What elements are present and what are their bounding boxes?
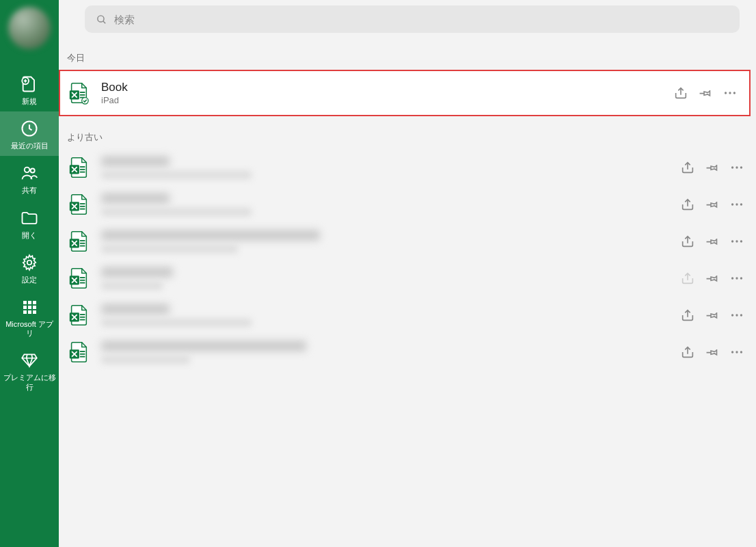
svg-rect-32 bbox=[80, 206, 85, 207]
sidebar: 新規 最近の項目 共有 開く bbox=[0, 0, 59, 547]
nav-label: 開く bbox=[19, 231, 40, 240]
doc-title-blur bbox=[101, 267, 173, 278]
pin-icon[interactable] bbox=[704, 233, 720, 250]
svg-rect-16 bbox=[80, 92, 85, 93]
excel-file-icon bbox=[67, 341, 90, 364]
nav-premium[interactable]: プレミアムに移行 bbox=[0, 343, 59, 397]
doc-row-older[interactable] bbox=[59, 186, 756, 223]
doc-row-older[interactable] bbox=[59, 223, 756, 260]
username bbox=[16, 52, 43, 62]
more-icon[interactable] bbox=[722, 85, 738, 101]
svg-point-36 bbox=[740, 203, 742, 205]
search-input[interactable] bbox=[114, 14, 729, 25]
doc-title-blur bbox=[101, 304, 170, 315]
excel-file-icon bbox=[67, 81, 90, 105]
svg-point-57 bbox=[740, 314, 742, 316]
svg-rect-6 bbox=[28, 301, 31, 304]
nav-shared[interactable]: 共有 bbox=[0, 156, 59, 200]
doc-info bbox=[101, 304, 679, 327]
doc-sub-blur bbox=[101, 208, 252, 216]
pin-icon[interactable] bbox=[704, 196, 720, 213]
older-list bbox=[59, 149, 756, 371]
svg-point-48 bbox=[731, 277, 733, 279]
svg-rect-13 bbox=[33, 310, 36, 314]
diamond-icon bbox=[19, 350, 40, 371]
doc-row-older[interactable] bbox=[59, 297, 756, 334]
row-actions bbox=[679, 196, 745, 213]
doc-info bbox=[101, 341, 679, 364]
share-icon[interactable] bbox=[679, 307, 696, 323]
row-actions bbox=[679, 270, 745, 286]
nav-label: 最近の項目 bbox=[8, 142, 51, 150]
avatar[interactable] bbox=[8, 7, 51, 49]
doc-row-older[interactable] bbox=[59, 149, 756, 186]
grid-icon bbox=[19, 297, 40, 317]
svg-point-29 bbox=[740, 166, 742, 168]
share-icon[interactable] bbox=[679, 196, 696, 213]
pin-icon[interactable] bbox=[704, 159, 720, 176]
nav-ms-apps[interactable]: Microsoft アプリ bbox=[0, 290, 59, 343]
svg-rect-45 bbox=[80, 277, 85, 278]
gear-icon bbox=[19, 252, 40, 273]
pin-icon[interactable] bbox=[704, 344, 720, 360]
share-icon[interactable] bbox=[679, 270, 696, 286]
nav-label: プレミアムに移行 bbox=[0, 373, 59, 391]
share-icon[interactable] bbox=[679, 233, 696, 250]
search-icon bbox=[96, 14, 107, 25]
excel-file-icon bbox=[67, 193, 90, 216]
doc-row-today[interactable]: Book iPad bbox=[59, 70, 751, 116]
pin-icon[interactable] bbox=[697, 85, 714, 101]
more-icon[interactable] bbox=[729, 159, 745, 176]
main-area: 今日 Book iPad bbox=[59, 0, 756, 547]
row-actions bbox=[679, 233, 745, 250]
svg-rect-24 bbox=[80, 166, 85, 168]
more-icon[interactable] bbox=[729, 196, 745, 213]
doc-title-blur bbox=[101, 156, 170, 167]
svg-rect-59 bbox=[80, 351, 85, 352]
share-icon[interactable] bbox=[679, 159, 696, 176]
share-icon[interactable] bbox=[673, 85, 689, 101]
svg-rect-61 bbox=[80, 356, 85, 358]
excel-file-icon bbox=[67, 304, 90, 327]
more-icon[interactable] bbox=[729, 270, 745, 286]
pin-icon[interactable] bbox=[704, 307, 720, 323]
nav-new[interactable]: 新規 bbox=[0, 67, 59, 111]
people-icon bbox=[19, 163, 40, 183]
excel-file-icon bbox=[67, 267, 90, 290]
nav-settings[interactable]: 設定 bbox=[0, 245, 59, 290]
doc-sub-blur bbox=[101, 171, 252, 179]
doc-info: Book iPad bbox=[101, 81, 673, 105]
svg-rect-33 bbox=[80, 209, 85, 210]
svg-rect-8 bbox=[23, 306, 27, 309]
search-box[interactable] bbox=[85, 5, 740, 33]
svg-rect-31 bbox=[80, 203, 85, 204]
row-actions bbox=[679, 344, 745, 360]
more-icon[interactable] bbox=[729, 344, 745, 360]
svg-point-4 bbox=[27, 261, 32, 265]
nav-open[interactable]: 開く bbox=[0, 201, 59, 245]
nav-label: Microsoft アプリ bbox=[0, 320, 59, 338]
svg-rect-47 bbox=[80, 282, 85, 284]
svg-point-55 bbox=[731, 314, 733, 316]
svg-rect-46 bbox=[80, 280, 85, 281]
doc-sub-blur bbox=[101, 245, 238, 253]
more-icon[interactable] bbox=[729, 307, 745, 323]
svg-point-50 bbox=[740, 277, 742, 279]
svg-point-63 bbox=[735, 351, 738, 353]
share-icon[interactable] bbox=[679, 344, 696, 360]
doc-row-older[interactable] bbox=[59, 260, 756, 297]
svg-point-34 bbox=[731, 203, 733, 205]
row-actions bbox=[679, 307, 745, 323]
doc-info bbox=[101, 193, 679, 216]
svg-point-2 bbox=[25, 168, 29, 172]
doc-info bbox=[101, 230, 679, 253]
pin-icon[interactable] bbox=[704, 270, 720, 286]
svg-point-41 bbox=[731, 240, 733, 242]
doc-title-blur bbox=[101, 193, 170, 204]
more-icon[interactable] bbox=[729, 233, 745, 250]
doc-title-blur bbox=[101, 230, 320, 241]
doc-row-older[interactable] bbox=[59, 334, 756, 371]
svg-point-49 bbox=[735, 277, 738, 279]
svg-rect-10 bbox=[33, 306, 36, 309]
nav-recent[interactable]: 最近の項目 bbox=[0, 111, 59, 156]
